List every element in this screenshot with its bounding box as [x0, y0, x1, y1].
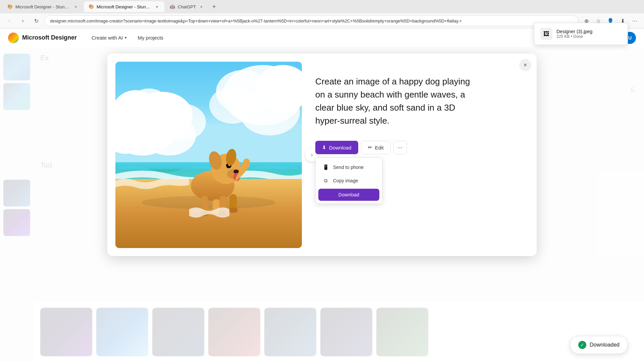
dl-notif-done: Done	[573, 34, 583, 39]
main-image	[115, 62, 302, 248]
image-description: Create an image of a happy dog playing o…	[315, 75, 476, 127]
new-tab-button[interactable]: +	[209, 2, 219, 11]
next-icon: ›	[311, 152, 313, 158]
create-with-ai-label: Create with AI	[92, 35, 123, 41]
tab-1-close[interactable]: ×	[73, 4, 78, 9]
page-background: Ex Tod ut ×	[0, 47, 644, 362]
phone-icon: 📱	[322, 164, 329, 171]
tab-3-title: ChatGPT	[178, 4, 196, 9]
svg-point-12	[209, 87, 256, 124]
copy-image-item[interactable]: ⧉ Copy image	[318, 174, 379, 187]
more-icon: ···	[397, 144, 402, 151]
modal-actions: ⬇ Download ✏ Edit ··· 📱 Send to	[315, 141, 529, 154]
modal-close-button[interactable]: ×	[519, 59, 531, 71]
tab-2-close[interactable]: ×	[154, 4, 160, 9]
downloaded-toast: ✓ Downloaded	[570, 336, 628, 354]
forward-button[interactable]: ›	[17, 15, 28, 26]
dl-notif-status: 225 KB • Done	[556, 34, 622, 39]
dl-notif-file-icon: 🖼	[540, 28, 552, 40]
logo-text: Microsoft Designer	[22, 34, 77, 41]
download-notification: 🖼 Designer (3).jpeg 225 KB • Done	[534, 23, 628, 45]
logo-icon	[8, 33, 19, 43]
address-text: designer.microsoft.com/image-creator?sce…	[50, 18, 462, 23]
create-with-ai-menu[interactable]: Create with AI ▾	[88, 33, 131, 43]
app-logo[interactable]: Microsoft Designer	[8, 33, 77, 43]
modal-overlay: ×	[0, 47, 644, 362]
copy-icon: ⧉	[322, 177, 329, 184]
tab-1-title: Microsoft Designer - Stunning	[15, 4, 70, 9]
more-options-dropdown: 📱 Send to phone ⧉ Copy image Download	[315, 158, 382, 204]
tab-3[interactable]: 🤖 ChatGPT ×	[165, 1, 209, 12]
close-icon: ×	[524, 62, 527, 69]
svg-point-7	[159, 104, 206, 140]
dl-notif-size: 225 KB	[556, 34, 570, 39]
beach-scene-svg	[115, 62, 302, 248]
svg-point-19	[233, 170, 239, 174]
create-ai-chevron-icon: ▾	[125, 36, 127, 40]
tab-1[interactable]: 🎨 Microsoft Designer - Stunning ×	[3, 1, 83, 12]
edit-button[interactable]: ✏ Edit	[361, 141, 391, 154]
check-icon: ✓	[578, 341, 586, 349]
tab-3-favicon: 🤖	[170, 4, 175, 9]
svg-point-32	[228, 207, 238, 213]
modal-content: Create an image of a happy dog playing o…	[315, 62, 529, 248]
download-button[interactable]: ⬇ Download	[315, 141, 358, 154]
send-to-phone-item[interactable]: 📱 Send to phone	[318, 161, 379, 174]
reload-button[interactable]: ↻	[31, 15, 42, 26]
downloaded-label: Downloaded	[590, 342, 620, 348]
image-detail-modal: ×	[107, 54, 537, 256]
download-label: Download	[329, 145, 352, 150]
dropdown-download-button[interactable]: Download	[318, 189, 379, 201]
app-nav-menu: Create with AI ▾ My projects	[88, 33, 167, 43]
modal-image-section: ›	[115, 62, 302, 248]
tab-2-favicon: 🎨	[89, 4, 94, 9]
settings-icon[interactable]: ⋯	[629, 15, 640, 26]
address-bar[interactable]: designer.microsoft.com/image-creator?sce…	[44, 15, 578, 26]
my-projects-label: My projects	[138, 35, 163, 41]
copy-image-label: Copy image	[333, 178, 358, 183]
my-projects-menu[interactable]: My projects	[133, 33, 167, 43]
dl-notif-info: Designer (3).jpeg 225 KB • Done	[556, 29, 622, 39]
send-to-phone-label: Send to phone	[333, 165, 364, 170]
tab-2[interactable]: 🎨 Microsoft Designer - Stunning ×	[84, 1, 164, 12]
tab-3-close[interactable]: ×	[199, 4, 204, 9]
download-icon: ⬇	[322, 144, 326, 150]
tab-bar: 🎨 Microsoft Designer - Stunning × 🎨 Micr…	[0, 0, 644, 13]
edit-label: Edit	[375, 145, 384, 150]
tab-2-title: Microsoft Designer - Stunning	[97, 4, 152, 9]
more-options-button[interactable]: ···	[393, 141, 407, 154]
edit-icon: ✏	[368, 144, 372, 150]
tab-1-favicon: 🎨	[7, 4, 13, 9]
dl-notif-filename: Designer (3).jpeg	[556, 29, 622, 34]
back-button[interactable]: ‹	[4, 15, 15, 26]
